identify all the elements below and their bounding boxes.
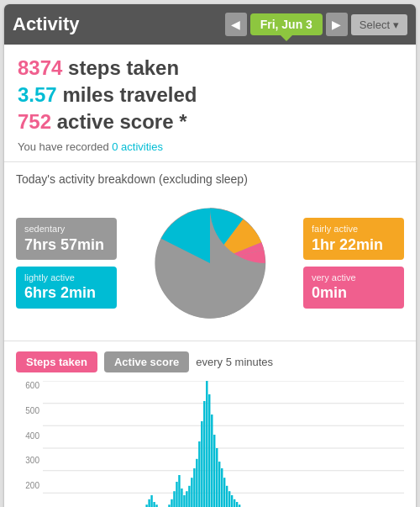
- app-container: Activity ◀ Fri, Jun 3 ▶ Select ▾ 8374 st…: [4, 4, 416, 507]
- chart-wrapper: 600 500 400 300 200 100: [16, 381, 404, 507]
- steps-number: 8374: [18, 56, 62, 79]
- active-number: 752: [18, 110, 51, 133]
- y-label-500: 500: [25, 406, 39, 415]
- very-label: very active: [312, 272, 396, 283]
- activities-link[interactable]: 0 activities: [112, 140, 163, 153]
- svg-rect-34: [203, 401, 205, 507]
- sedentary-value: 7hrs 57min: [24, 235, 108, 255]
- page-title: Activity: [13, 13, 79, 35]
- header: Activity ◀ Fri, Jun 3 ▶ Select ▾: [4, 4, 416, 45]
- svg-rect-42: [223, 478, 225, 507]
- stats-section: 8374 steps taken 3.57 miles traveled 752…: [4, 45, 416, 162]
- select-button[interactable]: Select ▾: [351, 14, 407, 35]
- header-nav: ◀ Fri, Jun 3 ▶ Select ▾: [225, 13, 407, 36]
- miles-stat: 3.57 miles traveled: [18, 83, 402, 107]
- very-active-box: very active 0min: [303, 267, 404, 309]
- svg-rect-44: [228, 491, 230, 507]
- lightly-label: lightly active: [24, 272, 108, 283]
- steps-tab[interactable]: Steps taken: [16, 351, 97, 372]
- svg-rect-45: [231, 495, 233, 507]
- svg-rect-39: [216, 448, 218, 507]
- fairly-label: fairly active: [312, 223, 396, 235]
- svg-rect-26: [183, 495, 185, 507]
- svg-rect-47: [236, 502, 238, 507]
- next-arrow-button[interactable]: ▶: [326, 13, 348, 36]
- fairly-active-box: fairly active 1hr 22min: [303, 218, 404, 260]
- svg-rect-14: [153, 502, 155, 507]
- miles-number: 3.57: [18, 83, 57, 106]
- lightly-value: 6hrs 2min: [24, 283, 108, 303]
- breakdown-section: Today's activity breakdown (excluding sl…: [4, 162, 416, 341]
- svg-rect-21: [171, 499, 172, 507]
- svg-rect-23: [176, 482, 177, 507]
- svg-rect-28: [188, 486, 190, 507]
- sedentary-box: sedentary 7hrs 57min: [16, 218, 117, 260]
- svg-rect-37: [211, 415, 213, 507]
- miles-label: miles traveled: [57, 83, 197, 106]
- breakdown-title: Today's activity breakdown (excluding sl…: [16, 172, 404, 186]
- svg-rect-41: [221, 468, 223, 507]
- chart-header: Steps taken Active score every 5 minutes: [16, 351, 404, 372]
- svg-rect-40: [218, 462, 220, 507]
- recorded-text: You have recorded 0 activities: [18, 140, 402, 153]
- prev-arrow-button[interactable]: ◀: [225, 13, 247, 36]
- svg-rect-36: [208, 394, 210, 507]
- svg-rect-31: [196, 459, 197, 507]
- svg-rect-24: [178, 475, 180, 507]
- active-score-tab[interactable]: Active score: [104, 351, 189, 372]
- y-label-400: 400: [25, 431, 39, 441]
- svg-rect-27: [186, 491, 187, 507]
- y-label-300: 300: [25, 456, 39, 465]
- svg-rect-35: [206, 381, 207, 507]
- svg-rect-46: [234, 499, 235, 507]
- breakdown-left: sedentary 7hrs 57min lightly active 6hrs…: [16, 218, 117, 308]
- svg-rect-12: [148, 499, 150, 507]
- steps-stat: 8374 steps taken: [18, 56, 402, 80]
- svg-rect-33: [201, 421, 202, 507]
- very-value: 0min: [312, 283, 396, 303]
- steps-label: steps taken: [62, 56, 179, 79]
- svg-rect-43: [226, 486, 228, 507]
- svg-rect-32: [198, 441, 200, 507]
- date-display: Fri, Jun 3: [250, 13, 323, 35]
- svg-rect-25: [181, 489, 182, 507]
- chart-section: Steps taken Active score every 5 minutes…: [4, 341, 416, 507]
- active-score-stat: 752 active score *: [18, 110, 402, 134]
- y-label-600: 600: [25, 381, 39, 390]
- active-label: active score *: [51, 110, 186, 133]
- svg-rect-38: [213, 435, 215, 507]
- svg-rect-13: [150, 495, 152, 507]
- sedentary-label: sedentary: [24, 223, 108, 235]
- y-label-200: 200: [25, 481, 39, 490]
- chart-bars: [43, 381, 404, 507]
- breakdown-right: fairly active 1hr 22min very active 0min: [303, 218, 404, 308]
- lightly-active-box: lightly active 6hrs 2min: [16, 267, 117, 309]
- svg-rect-22: [173, 491, 175, 507]
- svg-rect-30: [193, 468, 195, 507]
- y-axis-labels: 600 500 400 300 200 100: [16, 381, 43, 507]
- fairly-value: 1hr 22min: [312, 235, 396, 255]
- breakdown-content: sedentary 7hrs 57min lightly active 6hrs…: [16, 196, 404, 330]
- pie-chart: [143, 196, 277, 330]
- chart-interval: every 5 minutes: [196, 356, 273, 368]
- svg-rect-29: [191, 478, 192, 507]
